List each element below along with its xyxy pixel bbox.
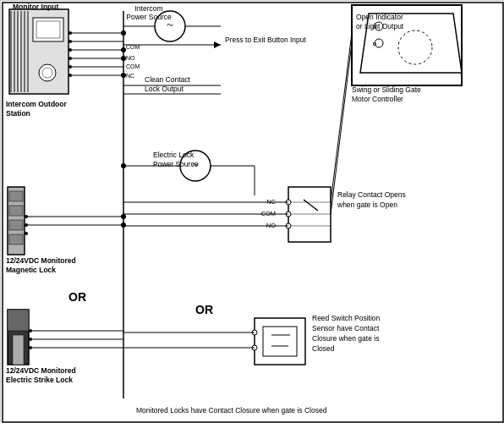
svg-text:Swing or Sliding Gate: Swing or Sliding Gate	[352, 85, 421, 94]
svg-rect-53	[263, 327, 297, 356]
svg-text:Electric Lock: Electric Lock	[153, 151, 194, 159]
svg-text:Electric Strike Lock: Electric Strike Lock	[6, 376, 73, 384]
svg-text:NC: NC	[266, 198, 276, 206]
svg-text:NO: NO	[126, 55, 135, 61]
svg-text:Closure when gate is: Closure when gate is	[312, 334, 379, 343]
svg-text:Power Source: Power Source	[126, 13, 172, 21]
svg-text:COM: COM	[261, 210, 277, 217]
svg-point-81	[121, 214, 126, 219]
svg-text:NC: NC	[126, 73, 134, 79]
svg-text:Sensor have Contact: Sensor have Contact	[312, 324, 380, 332]
svg-text:~: ~	[167, 19, 173, 32]
svg-rect-34	[9, 234, 23, 244]
svg-point-12	[42, 68, 52, 78]
svg-text:Intercom Outdoor: Intercom Outdoor	[6, 100, 67, 108]
svg-text:Closed: Closed	[312, 344, 335, 353]
svg-rect-10	[36, 21, 60, 38]
svg-text:Monitor Input: Monitor Input	[13, 3, 58, 11]
svg-text:Monitored Locks have Contact C: Monitored Locks have Contact Closure whe…	[136, 406, 327, 415]
svg-text:Power Source: Power Source	[153, 160, 199, 168]
svg-point-88	[121, 30, 126, 36]
svg-text:Intercom: Intercom	[134, 4, 162, 13]
svg-rect-32	[9, 206, 23, 216]
svg-text:12/24VDC Monitored: 12/24VDC Monitored	[6, 256, 76, 265]
svg-text:COM: COM	[126, 63, 140, 69]
svg-text:Open Indicator: Open Indicator	[356, 13, 403, 21]
svg-text:Motor Controller: Motor Controller	[352, 95, 403, 103]
svg-text:Magnetic Lock: Magnetic Lock	[6, 266, 56, 274]
svg-text:Station: Station	[6, 109, 30, 118]
svg-text:Relay Contact Opens: Relay Contact Opens	[337, 190, 406, 199]
wiring-diagram: ~ ~ o o	[0, 0, 504, 423]
svg-text:OR: OR	[68, 290, 86, 304]
svg-text:OR: OR	[195, 303, 213, 316]
svg-text:NO: NO	[266, 222, 276, 229]
svg-rect-33	[9, 220, 23, 230]
svg-text:o: o	[373, 40, 377, 47]
svg-point-82	[121, 222, 126, 228]
svg-text:COM: COM	[126, 44, 140, 50]
svg-text:Press to Exit Button Input: Press to Exit Button Input	[225, 36, 307, 44]
svg-rect-31	[9, 191, 23, 201]
svg-text:12/24VDC Monitored: 12/24VDC Monitored	[6, 366, 76, 375]
svg-text:Reed Switch Position: Reed Switch Position	[312, 314, 381, 322]
svg-text:Clean Contact: Clean Contact	[145, 75, 191, 84]
svg-point-37	[25, 232, 28, 235]
svg-rect-40	[13, 335, 24, 365]
svg-rect-39	[8, 310, 29, 331]
svg-rect-44	[288, 187, 331, 242]
svg-text:or Light Output: or Light Output	[356, 22, 404, 30]
svg-text:Lock Output: Lock Output	[145, 85, 184, 93]
svg-point-92	[121, 163, 126, 168]
svg-text:when gate is Open: when gate is Open	[337, 201, 397, 209]
